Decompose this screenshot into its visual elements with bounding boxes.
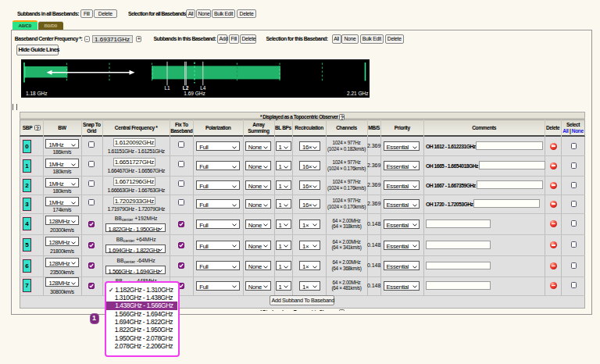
svg-text:1.69 GHz: 1.69 GHz <box>184 90 205 95</box>
svg-text:L2: L2 <box>182 84 188 90</box>
svg-text:L1: L1 <box>164 84 170 90</box>
svg-text:1.18 GHz: 1.18 GHz <box>26 90 47 95</box>
svg-text:2.21 GHz: 2.21 GHz <box>347 90 368 95</box>
svg-text:L4: L4 <box>200 84 206 90</box>
